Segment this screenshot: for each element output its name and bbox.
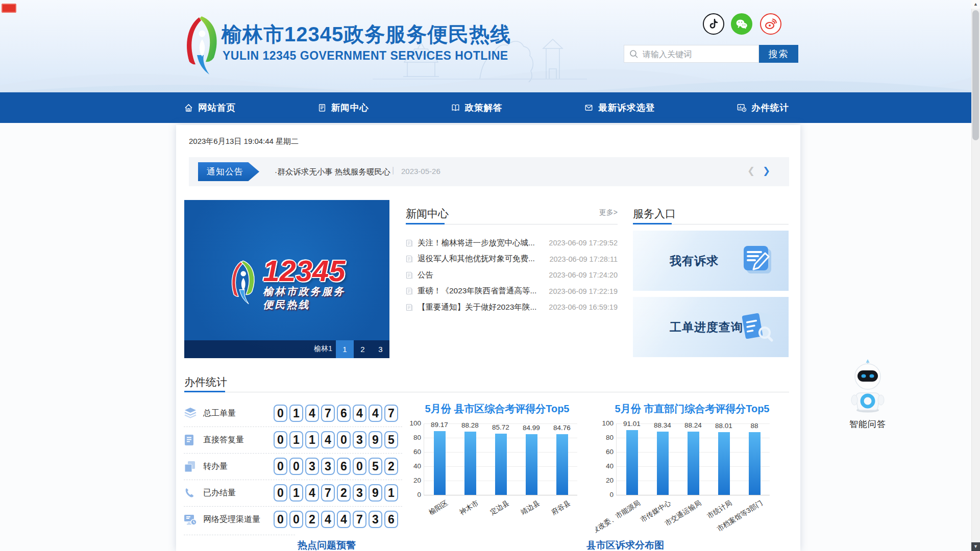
stat-digit-box: 2 bbox=[305, 511, 319, 528]
nav-item-4[interactable]: 最新诉求选登 bbox=[584, 102, 655, 114]
weibo-icon[interactable] bbox=[760, 13, 781, 35]
news-item-title: 【重要通知】关于做好2023年陕... bbox=[418, 302, 549, 313]
stat-digit-box: 7 bbox=[321, 405, 335, 422]
news-more-link[interactable]: 更多> bbox=[567, 208, 618, 217]
x-axis-category-label: 神木市 bbox=[458, 498, 480, 517]
news-item[interactable]: 【重要通知】关于做好2023年陕...2023-06-09 16:59:19 bbox=[406, 299, 618, 315]
notice-item-date: 2023-05-26 bbox=[401, 167, 440, 176]
chart-bar-value-label: 84.76 bbox=[546, 424, 578, 432]
scrollbar-thumb[interactable] bbox=[972, 10, 979, 140]
divider bbox=[184, 480, 402, 480]
x-axis-category-label: 榆阳区 bbox=[427, 498, 450, 517]
nav-item-1[interactable]: 网站首页 bbox=[184, 102, 236, 114]
reply-doc-icon bbox=[184, 434, 197, 445]
carousel-page-2[interactable]: 2 bbox=[354, 340, 372, 358]
y-axis-tick-label: 100 bbox=[405, 419, 421, 427]
stat-digit-box: 4 bbox=[321, 511, 335, 528]
y-axis-tick-label: 100 bbox=[597, 419, 614, 427]
smart-qa-assistant[interactable]: 智能问答 bbox=[840, 357, 896, 430]
nav-item-5[interactable]: 办件统计 bbox=[737, 102, 789, 114]
news-item-title: 重磅！《2023年陕西省普通高等... bbox=[418, 286, 549, 296]
stat-digit-box: 4 bbox=[321, 431, 335, 448]
notice-bar: 通知公告 ·群众诉求无小事 热线服务暖民心 | 2023-05-26 ❮ ❯ bbox=[189, 157, 789, 186]
stat-digit-box: 6 bbox=[337, 458, 351, 475]
stat-row: 已办结量01472391 bbox=[184, 480, 398, 506]
chart-bar bbox=[556, 434, 568, 495]
appeal-form-icon bbox=[742, 244, 774, 277]
notice-prev-arrow-icon[interactable]: ❮ bbox=[747, 165, 755, 177]
y-axis-tick-label: 20 bbox=[405, 477, 421, 484]
stat-label: 已办结量 bbox=[203, 488, 236, 498]
nav-item-2[interactable]: 新闻中心 bbox=[317, 102, 369, 114]
stat-digit-box: 5 bbox=[369, 458, 382, 475]
news-item[interactable]: 公告2023-06-09 17:24:20 bbox=[406, 267, 618, 283]
notice-next-arrow-icon[interactable]: ❯ bbox=[763, 165, 770, 177]
main-nav: 网站首页新闻中心政策解答最新诉求选登办件统计 bbox=[0, 92, 980, 123]
phone-icon bbox=[184, 487, 197, 498]
news-item[interactable]: 重磅！《2023年陕西省普通高等...2023-06-09 17:22:19 bbox=[406, 284, 618, 299]
x-axis-category-label: 市发改委、市能源局 bbox=[596, 498, 642, 539]
home-icon bbox=[184, 103, 193, 113]
stat-row: 网络受理渠道量00244736 bbox=[184, 506, 398, 533]
stat-digit-group: 00336052 bbox=[274, 458, 398, 475]
notice-separator: | bbox=[392, 166, 394, 175]
stat-digit-box: 2 bbox=[337, 484, 351, 502]
carousel-slide-logo: 12345 榆林市政务服务 便民热线 bbox=[184, 257, 389, 311]
site-logo bbox=[182, 14, 222, 74]
service-card-label: 我有诉求 bbox=[670, 231, 719, 291]
chart-bar bbox=[718, 432, 730, 495]
carousel-logo-number: 12345 bbox=[263, 257, 345, 285]
y-axis-tick-label: 40 bbox=[405, 462, 421, 470]
stats-title-underline bbox=[184, 392, 789, 392]
news-item[interactable]: 退役军人和其他优抚对象可免费...2023-06-09 17:28:11 bbox=[406, 252, 618, 267]
chart-bar bbox=[749, 432, 761, 495]
news-item-title: 退役军人和其他优抚对象可免费... bbox=[418, 254, 549, 264]
chart-bar bbox=[526, 434, 537, 495]
chart-bar bbox=[688, 432, 699, 495]
news-icon bbox=[317, 103, 327, 112]
carousel-page-1[interactable]: 1 bbox=[336, 340, 354, 358]
chart-plot-area: 02040608010089.17榆阳区88.28神木市85.72定边县84.9… bbox=[424, 423, 577, 495]
stat-label: 网络受理渠道量 bbox=[203, 514, 260, 525]
stat-digit-box: 9 bbox=[369, 484, 382, 502]
y-axis-tick-label: 80 bbox=[597, 434, 614, 441]
notice-tag[interactable]: 通知公告 bbox=[198, 162, 259, 181]
stat-digit-box: 4 bbox=[305, 484, 319, 502]
news-item[interactable]: 关注！榆林将进一步放宽中心城...2023-06-09 17:29:52 bbox=[406, 235, 618, 251]
scrollbar-down-icon[interactable]: ▼ bbox=[971, 542, 980, 551]
robot-icon bbox=[843, 357, 892, 414]
stats-title-accent bbox=[184, 391, 225, 392]
document-icon bbox=[406, 287, 413, 295]
stat-digit-box: 9 bbox=[369, 431, 382, 448]
wechat-icon[interactable] bbox=[731, 13, 752, 35]
carousel-caption: 榆林1 bbox=[314, 344, 332, 354]
search-button[interactable]: 搜索 bbox=[759, 45, 798, 63]
carousel-page-3[interactable]: 3 bbox=[372, 340, 389, 358]
carousel[interactable]: 12345 榆林市政务服务 便民热线 榆林1 123 bbox=[184, 200, 389, 358]
chart-bar-value-label: 85.72 bbox=[485, 423, 517, 431]
y-axis-tick-label: 80 bbox=[405, 434, 421, 441]
service-card-appeal[interactable]: 我有诉求 bbox=[633, 231, 789, 291]
news-item-time: 2023-06-09 16:59:19 bbox=[549, 303, 618, 311]
document-icon bbox=[406, 304, 413, 311]
stat-digit-box: 3 bbox=[305, 458, 319, 475]
y-axis-tick-label: 60 bbox=[597, 448, 614, 456]
stat-digit-box: 3 bbox=[369, 511, 382, 528]
scrollbar-up-icon[interactable]: ▲ bbox=[971, 0, 980, 9]
divider bbox=[184, 535, 295, 535]
browser-record-badge bbox=[2, 4, 16, 13]
stat-digit-box: 0 bbox=[274, 484, 287, 502]
site-subtitle: YULIN 12345 GOVERNMENT SERVICES HOTLINE bbox=[223, 49, 508, 63]
nav-item-3[interactable]: 政策解答 bbox=[451, 102, 503, 114]
services-title-accent bbox=[633, 223, 672, 224]
nav-item-label: 网站首页 bbox=[198, 102, 236, 114]
chart-bar-value-label: 88.01 bbox=[708, 422, 740, 430]
search-input[interactable] bbox=[642, 45, 756, 63]
hot-issues-title: 热点问题预警 bbox=[250, 539, 403, 551]
douyin-icon[interactable] bbox=[703, 13, 724, 35]
service-card-progress[interactable]: 工单进度查询 bbox=[633, 297, 789, 357]
notice-item-title[interactable]: ·群众诉求无小事 热线服务暖民心 bbox=[275, 167, 390, 178]
stat-digit-box: 0 bbox=[353, 458, 366, 475]
nav-item-label: 最新诉求选登 bbox=[598, 102, 655, 114]
chart-bar bbox=[626, 430, 638, 495]
